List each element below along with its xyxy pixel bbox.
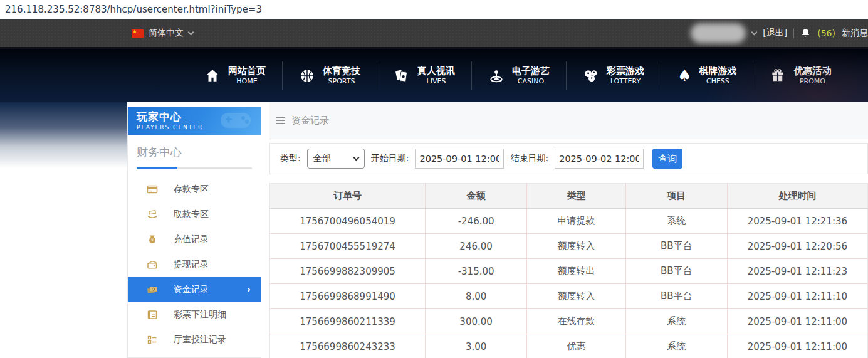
main-navbar: 网站首页 HOME 体育竞技 SPORTS <box>0 47 868 102</box>
start-date-input[interactable] <box>415 149 504 169</box>
logout-link[interactable]: [退出] <box>763 28 787 39</box>
cell-type: 额度转出 <box>527 259 625 284</box>
sidebar-item-recharge-record[interactable]: ¥ 充值记录 <box>128 227 261 252</box>
cell-order: 1756700496054019 <box>270 209 426 234</box>
divider <box>793 28 794 38</box>
nav-label: 真人视讯 <box>417 65 455 77</box>
nav-sublabel: HOME <box>236 77 257 86</box>
sidebar-menu: 存款专区 取款专区 ¥ 充值记录 提现记录 <box>128 177 261 358</box>
bell-icon[interactable] <box>800 28 811 39</box>
cell-item: BB平台 <box>625 234 727 259</box>
language-label: 简体中文 <box>149 28 184 39</box>
cell-type: 申请提款 <box>527 209 625 234</box>
cell-type: 额度转入 <box>527 284 625 309</box>
table-row: 1756699860211339 300.00 在线存款 系统 2025-09-… <box>270 309 868 334</box>
chevron-down-icon <box>188 29 194 35</box>
nav-label: 彩票游戏 <box>607 65 644 77</box>
nav-item-casino[interactable]: 电子游艺 CASINO <box>472 61 567 90</box>
sidebar-item-hall-bets[interactable]: 厅室投注记录 <box>128 327 261 352</box>
sidebar-item-label: 厅室投注记录 <box>174 334 226 345</box>
cell-item: 系统 <box>625 309 727 334</box>
start-date-label: 开始日期: <box>371 153 409 164</box>
table-header-row: 订单号 金额 类型 项目 处理时间 <box>270 184 868 209</box>
nav-label: 体育竞技 <box>323 65 360 77</box>
section-underline <box>137 167 252 169</box>
chevron-down-icon[interactable] <box>751 29 758 35</box>
cell-order: 1756699868991490 <box>270 284 426 309</box>
type-label: 类型: <box>280 153 301 164</box>
wallet-icon <box>147 259 158 270</box>
sidebar-item-player-report[interactable]: 玩家投注报表 <box>128 352 261 358</box>
cell-item: 系统 <box>625 209 727 234</box>
topbar-user-area: [退出] (56) 新消息 <box>691 19 868 47</box>
cell-amount: 8.00 <box>426 284 527 309</box>
cell-type: 额度转入 <box>527 234 625 259</box>
nav-item-home[interactable]: 网站首页 HOME <box>188 61 283 90</box>
nav-label: 棋牌游戏 <box>699 65 736 77</box>
table-row: 1756700496054019 -246.00 申请提款 系统 2025-09… <box>270 209 868 234</box>
withdraw-icon <box>147 209 158 220</box>
sidebar-item-withdraw[interactable]: 取款专区 <box>128 202 261 227</box>
sidebar-item-label: 存款专区 <box>174 184 209 195</box>
sidebar-header: 玩家中心 PLAYERS CENTER <box>128 107 261 135</box>
nav-sublabel: CASINO <box>518 77 544 86</box>
section-title: 财务中心 <box>137 145 252 160</box>
sports-icon <box>299 68 315 84</box>
filter-bar: 类型: 全部 开始日期: 结束日期: 查询 <box>269 143 868 174</box>
svg-text:¥: ¥ <box>151 238 154 243</box>
breadcrumb: 资金记录 <box>269 102 868 139</box>
page: 216.118.235.52:8783/hhcp/usercenter.html… <box>0 0 868 358</box>
cell-order: 1756700455519274 <box>270 234 426 259</box>
col-header-item: 项目 <box>625 184 727 209</box>
topbar: ★ 简体中文 [退出] (56) 新消息 <box>0 19 868 47</box>
casino-joystick-icon <box>488 68 505 84</box>
col-header-type: 类型 <box>527 184 625 209</box>
page-url: 216.118.235.52:8783/hhcp/usercenter.html… <box>5 4 262 15</box>
sidebar-item-withdrawal-record[interactable]: 提现记录 <box>128 252 261 277</box>
table-row: 1756699860243233 3.00 优惠 系统 2025-09-01 1… <box>270 334 868 358</box>
nav-item-chess[interactable]: ♠ 棋牌游戏 CHESS <box>661 61 753 90</box>
sidebar-item-funds-record[interactable]: 资金记录 › <box>128 277 261 302</box>
cell-item: 系统 <box>625 334 727 358</box>
funds-record-table: 订单号 金额 类型 项目 处理时间 1756700496054019 -246.… <box>269 183 868 358</box>
browser-url-bar[interactable]: 216.118.235.52:8783/hhcp/usercenter.html… <box>0 0 868 19</box>
sidebar-item-label: 取款专区 <box>174 209 209 220</box>
nav-item-lives[interactable]: 真人视讯 LIVES <box>377 61 472 90</box>
cell-time: 2025-09-01 12:11:10 <box>727 284 867 309</box>
col-header-time: 处理时间 <box>727 184 867 209</box>
cell-time: 2025-09-01 12:11:00 <box>727 309 867 334</box>
nav-sublabel: PROMO <box>800 77 825 86</box>
end-date-input[interactable] <box>555 149 644 169</box>
cell-item: BB平台 <box>625 259 727 284</box>
cell-amount: -315.00 <box>426 259 527 284</box>
spade-icon: ♠ <box>677 68 691 84</box>
search-button[interactable]: 查询 <box>652 149 682 169</box>
type-select-value: 全部 <box>313 153 331 164</box>
username-redacted[interactable] <box>691 23 746 43</box>
money-bag-icon: ¥ <box>147 234 158 245</box>
chevron-right-icon: › <box>247 284 251 295</box>
cell-time: 2025-09-01 12:21:36 <box>727 209 867 234</box>
sidebar-item-label: 提现记录 <box>174 259 209 270</box>
nav-label: 网站首页 <box>228 65 266 77</box>
nav-item-lottery[interactable]: 彩票游戏 LOTTERY <box>567 61 661 90</box>
type-select[interactable]: 全部 <box>307 149 365 169</box>
sidebar-item-deposit[interactable]: 存款专区 <box>128 177 261 202</box>
language-selector[interactable]: ★ 简体中文 <box>132 19 193 47</box>
col-header-order: 订单号 <box>270 184 426 209</box>
nav-item-promo[interactable]: 优惠活动 PROMO <box>753 61 847 90</box>
cell-order: 1756699860243233 <box>270 334 426 358</box>
table-row: 1756700455519274 246.00 额度转入 BB平台 2025-0… <box>270 234 868 259</box>
message-count: (56) <box>817 28 835 38</box>
main-content: 资金记录 类型: 全部 开始日期: 结束日期: 查询 订单号 金额 类型 <box>269 102 868 358</box>
end-date-label: 结束日期: <box>510 153 548 164</box>
cell-amount: 246.00 <box>426 234 527 259</box>
nav-items: 网站首页 HOME 体育竞技 SPORTS <box>188 49 847 102</box>
hamburger-icon <box>276 115 285 126</box>
sidebar-item-lottery-bets[interactable]: 彩票下注明细 <box>128 302 261 327</box>
gamepad-icon <box>218 109 253 134</box>
nav-sublabel: SPORTS <box>328 77 355 86</box>
messages-link[interactable]: 新消息 <box>842 28 868 39</box>
home-icon <box>204 68 221 84</box>
nav-item-sports[interactable]: 体育竞技 SPORTS <box>283 61 377 90</box>
